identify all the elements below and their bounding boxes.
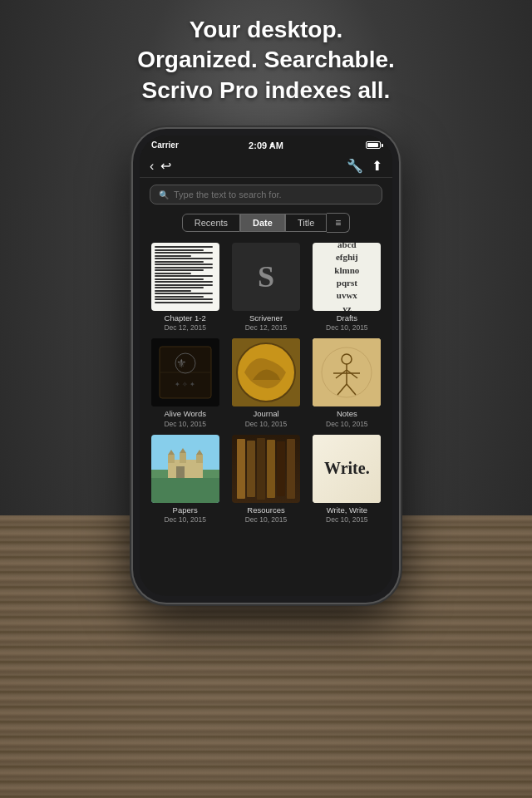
tab-recents[interactable]: Recents [182, 214, 240, 232]
phone-device: Carrier ▾ 2:09 AM ‹ ↩ 🔧 ⬆ 🔍 [133, 129, 399, 603]
thumb-alive-words: ⚜ ✦ ✧ ✦ [151, 338, 219, 406]
list-item[interactable]: Chapter 1-2 Dec 12, 2015 [148, 243, 222, 332]
thumb-scrivener: S [232, 243, 300, 311]
list-item[interactable]: Write. Write, Write Dec 10, 2015 [310, 435, 384, 524]
list-item[interactable]: ⚜ ✦ ✧ ✦ Alive Words Dec 10, 2015 [148, 338, 222, 427]
thumb-chapter [151, 243, 219, 311]
file-date: Dec 10, 2015 [164, 515, 206, 524]
tab-date[interactable]: Date [240, 214, 285, 232]
header-section: Your desktop. Organized. Searchable. Scr… [0, 15, 532, 106]
battery-icon [366, 141, 381, 149]
header-title: Your desktop. Organized. Searchable. Scr… [0, 15, 532, 106]
search-input[interactable] [174, 190, 373, 200]
file-name: Journal [253, 409, 278, 419]
tab-title[interactable]: Title [285, 214, 327, 232]
file-date: Dec 10, 2015 [245, 515, 288, 524]
list-item[interactable]: Papers Dec 10, 2015 [148, 435, 222, 524]
tab-list-view[interactable]: ≡ [327, 213, 350, 233]
list-item[interactable]: abcdefghijklmnopqrstuvwxyz Drafts Dec 10… [310, 243, 384, 332]
status-time: 2:09 AM [249, 140, 283, 150]
file-date: Dec 12, 2015 [245, 323, 288, 332]
file-name: Alive Words [164, 409, 206, 419]
thumb-write: Write. [313, 435, 381, 503]
nav-bar: ‹ ↩ 🔧 ⬆ [140, 153, 392, 178]
status-right [366, 141, 381, 149]
svg-rect-24 [196, 455, 203, 463]
status-bar: Carrier ▾ 2:09 AM [140, 135, 392, 153]
file-date: Dec 12, 2015 [164, 323, 206, 332]
undo-button[interactable]: ↩ [160, 158, 171, 174]
svg-rect-19 [151, 476, 219, 503]
svg-rect-23 [180, 453, 186, 463]
thumb-notes [313, 338, 381, 406]
thumb-drafts: abcdefghijklmnopqrstuvwxyz [313, 243, 381, 311]
screen: Carrier ▾ 2:09 AM ‹ ↩ 🔧 ⬆ 🔍 [140, 135, 392, 596]
list-item[interactable]: Journal Dec 10, 2015 [229, 338, 303, 427]
svg-text:✦ ✧ ✦: ✦ ✧ ✦ [175, 381, 195, 388]
svg-rect-22 [168, 455, 175, 463]
svg-rect-25 [176, 466, 185, 478]
file-name: Chapter 1-2 [165, 313, 206, 323]
search-bar[interactable]: 🔍 [150, 185, 382, 204]
thumb-journal [232, 338, 300, 406]
file-name: Resources [247, 505, 284, 515]
file-date: Dec 10, 2015 [326, 420, 368, 428]
file-date: Dec 10, 2015 [164, 420, 206, 428]
list-item[interactable]: Resources Dec 10, 2015 [229, 435, 303, 524]
file-name: Notes [337, 409, 357, 419]
file-name: Scrivener [249, 313, 283, 323]
back-button[interactable]: ‹ [150, 159, 154, 174]
search-icon: 🔍 [159, 190, 169, 200]
tools-button[interactable]: 🔧 [347, 158, 363, 174]
tabs-container: Recents Date Title ≡ [140, 209, 392, 238]
file-grid: Chapter 1-2 Dec 12, 2015 S Scrivener Dec… [140, 238, 392, 529]
thumb-resources [232, 435, 300, 503]
file-date: Dec 10, 2015 [326, 515, 368, 524]
search-container: 🔍 [140, 178, 392, 209]
nav-right: 🔧 ⬆ [347, 158, 382, 174]
thumb-papers [151, 435, 219, 503]
file-date: Dec 10, 2015 [326, 323, 368, 332]
file-date: Dec 10, 2015 [245, 420, 288, 428]
file-name: Write, Write [327, 505, 367, 515]
file-name: Drafts [337, 313, 357, 323]
battery-fill [367, 143, 378, 147]
file-name: Papers [173, 505, 198, 515]
carrier-label: Carrier [151, 140, 179, 150]
list-item[interactable]: Notes Dec 10, 2015 [310, 338, 384, 427]
nav-left: ‹ ↩ [150, 158, 171, 174]
svg-text:⚜: ⚜ [176, 357, 187, 370]
list-item[interactable]: S Scrivener Dec 12, 2015 [229, 243, 303, 332]
share-button[interactable]: ⬆ [372, 158, 382, 174]
